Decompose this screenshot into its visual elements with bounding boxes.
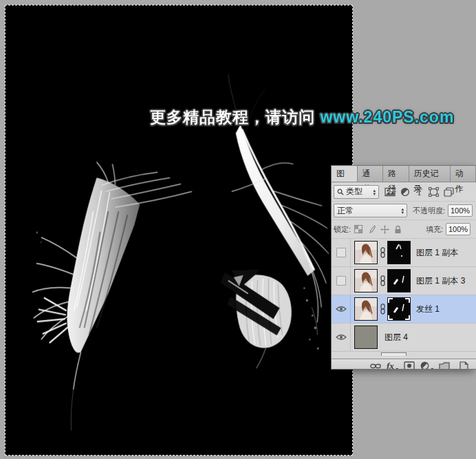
layer-name[interactable]: 发丝 1 [416,303,440,315]
eye-off-box [336,248,346,257]
lock-pixels-brush-icon[interactable] [367,225,376,233]
fx-dropdown-arrow-icon: ▾ [396,366,398,370]
lock-transparency-icon[interactable] [354,225,363,233]
opacity-value-field[interactable]: 100% [448,204,473,217]
layer-thumbnail[interactable] [354,297,378,321]
fill-value-field[interactable]: 100% [446,223,470,235]
filter-type-layers-icon[interactable]: T [415,187,424,197]
eye-off-box [336,276,346,286]
new-layer-icon[interactable] [459,361,468,370]
filter-shape-layers-icon[interactable] [429,187,439,197]
mask-art [388,242,410,264]
portrait-thumbnail-art [355,270,377,292]
dropdown-arrows-icon: ▴▾ [398,207,404,214]
layer-list-overflow [332,352,476,359]
layer-thumbnail[interactable] [354,241,378,264]
layer-name[interactable]: 图层 1 副本 [416,247,458,259]
layers-panel: 图层 通道 路径 历史记录 动作 类型 ▴▾ T [331,165,476,370]
tab-channels[interactable]: 通道 [358,166,384,182]
filter-smart-objects-icon[interactable] [444,187,454,197]
adjustment-dropdown-arrow-icon: ▾ [431,366,433,370]
layer-filter-row: 类型 ▴▾ T [332,182,476,202]
tab-actions[interactable]: 动作 [451,166,476,182]
eye-icon [336,306,347,312]
mask-art [388,298,410,320]
link-mask-icon [380,275,386,286]
layer-row-gray[interactable]: 图层 4 [332,323,476,352]
opacity-label: 不透明度: [413,206,445,216]
panel-bottom-bar: fx▾ ▾ [332,359,476,370]
tab-layers[interactable]: 图层 [332,166,358,182]
layer-name[interactable]: 图层 4 [385,332,408,343]
panel-tab-bar: 图层 通道 路径 历史记录 动作 [332,166,476,182]
add-layer-mask-icon[interactable] [404,361,415,370]
visibility-toggle[interactable] [332,267,351,295]
fill-label: 填充: [426,224,443,235]
visibility-toggle[interactable] [332,295,351,323]
dropdown-arrows-icon: ▴▾ [370,189,376,195]
portrait-thumbnail-art [355,242,377,264]
tab-history[interactable]: 历史记录 [409,166,451,182]
lock-label: 锁定: [334,224,351,235]
layer-row-copy1[interactable]: 图层 1 副本 [332,239,476,267]
filter-type-dropdown[interactable]: 类型 ▴▾ [334,185,379,199]
link-mask-icon [380,303,386,314]
visibility-toggle[interactable] [332,239,351,266]
visibility-toggle[interactable] [332,323,351,351]
mask-selected-brackets [389,299,409,319]
layer-list: 图层 1 副本 [332,239,476,359]
tab-paths[interactable]: 路径 [383,166,409,182]
layer-row-copy3[interactable]: 图层 1 副本 3 [332,267,476,295]
fill-value: 100% [448,225,468,233]
lock-fill-row: 锁定: 填充: 100% [332,220,476,239]
blend-opacity-row: 正常 ▴▾ 不透明度: 100% [332,202,476,220]
layer-mask-thumbnail-selected[interactable] [387,297,411,321]
link-layers-icon[interactable] [370,363,381,370]
layer-thumbnail[interactable] [354,269,378,292]
filter-pixel-layers-icon[interactable] [385,187,396,197]
layer-mask-thumbnail[interactable] [387,241,411,264]
document-canvas[interactable] [5,5,353,456]
eye-icon [336,334,347,341]
filter-type-label: 类型 [346,186,363,198]
lock-position-move-icon[interactable] [380,225,389,234]
mask-art [388,270,410,292]
opacity-value: 100% [451,206,470,215]
layer-mask-thumbnail[interactable] [387,269,411,292]
watermark-text: 更多精品教程，请访问 [150,108,315,126]
lock-all-icon[interactable] [394,225,402,234]
layer-name[interactable]: 图层 1 副本 3 [416,275,465,287]
svg-text:T: T [416,187,422,197]
layer-thumbnail-gray[interactable] [354,325,378,349]
layer-row-hair[interactable]: 发丝 1 [332,295,476,323]
new-group-folder-icon[interactable] [439,362,450,370]
hair-artwork [6,6,352,455]
new-adjustment-layer-icon[interactable] [420,361,429,370]
tutorial-watermark: 更多精品教程，请访问 www.240PS.com [150,107,454,128]
partial-layer-thumbnail-edge [381,352,407,356]
blend-mode-dropdown[interactable]: 正常 ▴▾ [334,204,407,217]
filter-adjustment-layers-icon[interactable] [400,187,410,197]
layer-style-fx-icon[interactable]: fx [387,361,394,370]
link-mask-icon [380,247,386,258]
portrait-thumbnail-art [355,298,377,320]
blend-mode-value: 正常 [337,205,354,217]
watermark-url: www.240PS.com [320,108,454,126]
search-icon [337,189,344,195]
